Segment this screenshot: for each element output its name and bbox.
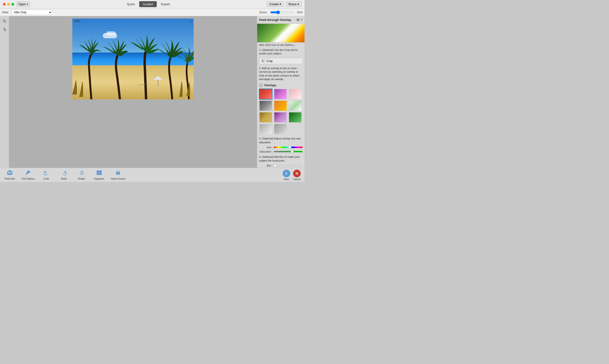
panel-header-icons: ⊞ ?: [297, 18, 303, 22]
close-photo-icon[interactable]: ✕: [190, 19, 193, 23]
rotate-icon: [79, 170, 84, 177]
overlay-thumb-1[interactable]: [259, 89, 272, 100]
organizer-button[interactable]: Organizer: [93, 170, 105, 180]
beach-photo: [72, 19, 194, 99]
hue-slider[interactable]: [274, 147, 303, 148]
hand-tool-icon[interactable]: [1, 26, 8, 32]
undo-button[interactable]: Undo: [41, 170, 52, 180]
saturation-label: Saturation :: [259, 150, 273, 153]
create-button[interactable]: Create ▾: [267, 1, 284, 7]
svg-point-10: [81, 172, 82, 173]
next-label: Next: [284, 178, 289, 181]
bottom-bar: Photo Bin Tool Options Undo Redo: [0, 168, 304, 182]
svg-rect-11: [97, 171, 99, 173]
redo-button[interactable]: Redo: [58, 170, 70, 180]
search-tool-icon[interactable]: [1, 18, 8, 24]
instruction-1: 1. (Optional) Use the Crop tool to cente…: [257, 47, 304, 57]
undo-label: Undo: [43, 178, 49, 180]
panel-restore-icon[interactable]: ⊞: [297, 18, 299, 22]
zoom-label: Zoom:: [259, 11, 267, 14]
open-label: Open: [18, 2, 26, 6]
hue-label: Hue :: [259, 146, 273, 149]
photo-container: After ✕: [72, 19, 194, 99]
panel-header: Peek-through Overlay ⊞ ?: [257, 16, 304, 24]
redo-label: Redo: [61, 178, 67, 180]
overlay-thumb-10[interactable]: [259, 124, 272, 134]
view-select[interactable]: After Only Before Only Before & After (H…: [12, 10, 52, 15]
home-screen-label: Home Screen: [111, 178, 125, 180]
overlay-thumb-7[interactable]: [259, 112, 272, 123]
panel-help-icon[interactable]: ?: [301, 18, 303, 22]
crop-label: Crop: [266, 59, 273, 63]
svg-rect-12: [99, 171, 102, 173]
overlay-thumb-11[interactable]: [274, 124, 287, 134]
overlay-thumb-5[interactable]: [274, 100, 287, 111]
rotate-button[interactable]: Rotate: [76, 170, 87, 180]
photo-label: After: [74, 19, 80, 23]
svg-rect-14: [99, 173, 102, 175]
instruction-2: 2. Add an overlay to two or more corners…: [257, 65, 304, 83]
bottom-right: Next Cancel: [283, 170, 301, 181]
blur-slider-row: Blur :: [257, 163, 304, 168]
overlays-icon: [259, 83, 263, 87]
zoom-slider[interactable]: [270, 11, 294, 14]
svg-rect-8: [10, 172, 12, 173]
share-button[interactable]: Share ▾: [286, 1, 302, 7]
tab-guided[interactable]: Guided: [139, 1, 157, 7]
panel-title: Peek-through Overlay: [259, 18, 291, 22]
overlay-thumb-2[interactable]: [274, 89, 287, 100]
overlays-label: Overlays: [264, 84, 277, 87]
svg-rect-13: [97, 173, 99, 175]
tab-expert[interactable]: Expert: [157, 1, 174, 7]
photo-bin-button[interactable]: Photo Bin: [4, 170, 16, 180]
hue-slider-row: Hue :: [257, 145, 304, 149]
open-chevron-icon: ▾: [27, 3, 28, 5]
redo-icon: [61, 170, 67, 177]
next-icon: [283, 170, 290, 177]
crop-button[interactable]: Crop: [259, 58, 303, 64]
organizer-icon: [96, 170, 102, 177]
svg-line-1: [5, 22, 6, 23]
maximize-window-button[interactable]: [11, 3, 14, 6]
overlays-header: Overlays: [259, 83, 303, 87]
svg-rect-7: [8, 172, 10, 173]
overlays-grid: [259, 89, 303, 134]
titlebar-left: Open ▾: [3, 1, 30, 7]
cancel-icon: [293, 170, 301, 177]
toolbar-row: View: After Only Before Only Before & Af…: [0, 9, 304, 16]
minimize-window-button[interactable]: [7, 3, 10, 6]
cancel-label: Cancel: [293, 178, 301, 181]
undo-icon: [43, 170, 49, 177]
photo-bin-icon: [7, 170, 13, 177]
tool-options-icon: [25, 170, 31, 177]
instruction-4: 4. (Optional) Add blur to make your subj…: [257, 154, 304, 163]
instruction-3: 3. (Optional) Adjust overlay hue and sat…: [257, 135, 304, 145]
view-label: View:: [2, 11, 9, 14]
titlebar-right: Create ▾ Share ▾: [267, 1, 302, 7]
blur-label: Blur :: [259, 164, 273, 167]
overlay-thumb-6[interactable]: [289, 100, 302, 111]
saturation-slider[interactable]: [274, 151, 303, 152]
photo-bin-label: Photo Bin: [4, 178, 15, 180]
titlebar: Open ▾ Quick Guided Expert Create ▾ Shar…: [0, 0, 304, 9]
tool-options-button[interactable]: Tool Options: [21, 170, 35, 180]
mode-tabs: Quick Guided Expert: [123, 1, 174, 7]
overlays-section: Overlays: [257, 82, 304, 135]
left-tool-panel: [0, 16, 9, 168]
tab-quick[interactable]: Quick: [123, 1, 139, 7]
canvas-area: After ✕: [9, 16, 257, 168]
open-button[interactable]: Open ▾: [16, 1, 30, 7]
overlay-thumb-4[interactable]: [259, 100, 272, 111]
cancel-button[interactable]: Cancel: [293, 170, 301, 181]
overlay-thumb-9[interactable]: [289, 112, 302, 123]
svg-line-4: [139, 84, 148, 85]
blur-slider[interactable]: [274, 165, 303, 166]
traffic-lights: [3, 3, 14, 6]
organizer-label: Organizer: [94, 178, 104, 180]
home-screen-button[interactable]: Home Screen: [111, 170, 125, 180]
close-window-button[interactable]: [3, 3, 6, 6]
right-panel: Peek-through Overlay ⊞ ? After (Roll ove…: [257, 16, 304, 168]
next-button[interactable]: Next: [283, 170, 290, 181]
overlay-thumb-3[interactable]: [289, 89, 302, 100]
overlay-thumb-8[interactable]: [274, 112, 287, 123]
